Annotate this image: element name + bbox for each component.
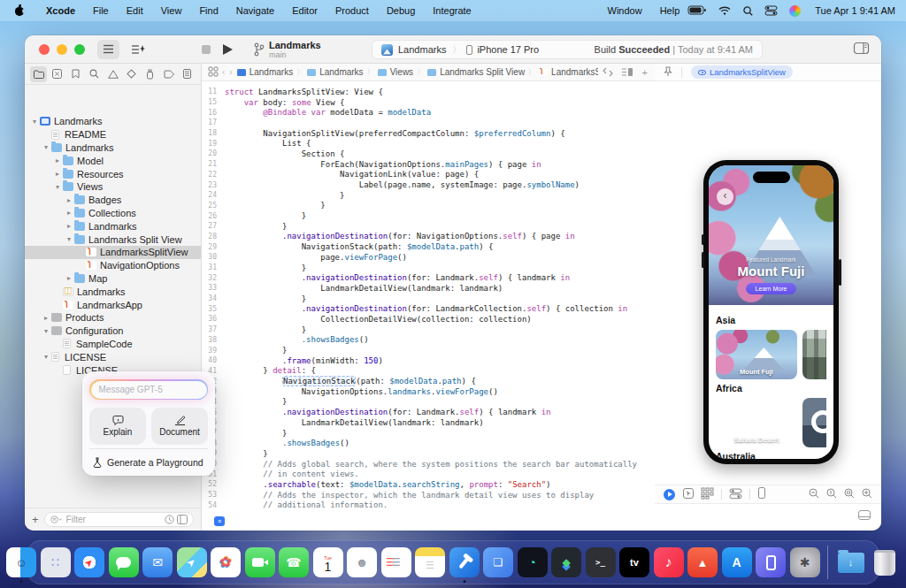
navigator-toggle-icon[interactable] (97, 40, 119, 59)
line-number[interactable]: 28 (202, 233, 225, 241)
tab-reports[interactable] (179, 66, 196, 82)
run-button[interactable] (223, 44, 233, 55)
line-number[interactable]: 31 (202, 263, 225, 271)
line-number[interactable]: 38 (202, 336, 225, 344)
menu-item-window[interactable]: Window (599, 0, 651, 21)
dock-reminders-icon[interactable]: ☰ (381, 547, 411, 577)
zoom-fit-button[interactable] (844, 486, 855, 502)
line-number[interactable]: 30 (202, 253, 225, 261)
line-number[interactable]: 52 (202, 480, 225, 488)
tree-item-products[interactable]: ▸Products (25, 311, 201, 325)
line-number[interactable]: 27 (202, 222, 225, 230)
menu-item-product[interactable]: Product (326, 0, 378, 21)
back-button[interactable]: ‹ (222, 67, 225, 77)
menu-item-view[interactable]: View (152, 0, 191, 21)
dock-xcode-icon[interactable] (449, 547, 480, 577)
learn-more-button[interactable]: Learn More (746, 283, 797, 294)
tree-item-license[interactable]: ▾LICENSE (25, 350, 201, 363)
menu-item-debug[interactable]: Debug (378, 0, 424, 21)
tree-item-navigationoptions[interactable]: NavigationOptions (25, 259, 201, 272)
pin-icon[interactable] (664, 65, 672, 80)
device-settings-button[interactable] (730, 486, 741, 502)
dock-music-icon[interactable]: ♪ (654, 547, 684, 577)
dock-maps-icon[interactable]: ➤ (177, 547, 207, 577)
tree-item-landmarks-split-view[interactable]: ▾Landmarks Split View (25, 233, 201, 246)
line-number[interactable]: 54 (202, 501, 225, 509)
line-number[interactable]: 17 (202, 118, 225, 126)
dock-messages-icon[interactable] (109, 547, 139, 577)
tab-debug[interactable] (142, 66, 158, 82)
dock-contacts-icon[interactable]: ☻ (347, 547, 377, 577)
control-center-icon[interactable] (765, 6, 777, 15)
dock-mail-icon[interactable]: ✉ (142, 547, 173, 577)
dock-terminal-icon[interactable]: >_ (586, 547, 616, 577)
editor-pane[interactable]: ‹ › Landmarks〉Landmarks〉Views〉Landmarks … (202, 64, 655, 531)
dock-launchpad-icon[interactable]: ∷ (41, 547, 71, 577)
editor-assistant-icon[interactable] (132, 40, 145, 59)
line-number[interactable]: 15 (202, 98, 225, 106)
generate-playground-button[interactable]: Generate a Playground (89, 448, 208, 475)
live-preview-button[interactable] (664, 489, 675, 500)
menu-item-xcode[interactable]: Xcode (37, 0, 84, 21)
add-file-button[interactable]: + (32, 513, 39, 526)
adjust-editor-icon[interactable] (622, 67, 633, 77)
recent-filter-icon[interactable] (165, 515, 174, 524)
document-button[interactable]: Document (151, 408, 208, 445)
tree-item-landmarksapp[interactable]: LandmarksApp (25, 298, 201, 311)
selectable-mode-button[interactable] (683, 486, 694, 502)
line-number[interactable]: 25 (202, 202, 225, 210)
tree-item-map[interactable]: ▸Map (25, 272, 201, 286)
stop-button[interactable] (202, 45, 211, 54)
line-number[interactable]: 37 (202, 325, 225, 333)
bottom-bar-toggle-icon[interactable] (858, 508, 871, 523)
zoom-out-button[interactable] (809, 486, 819, 502)
line-number[interactable]: 40 (202, 356, 225, 364)
menu-item-file[interactable]: File (84, 0, 118, 21)
activity-status[interactable]: Build Succeeded | Today at 9:41 AM (595, 44, 753, 55)
dock-safari-icon[interactable]: ➤ (74, 547, 104, 577)
breadcrumb-landmarks[interactable]: 〉Landmarks (296, 67, 363, 77)
tab-issues[interactable] (104, 66, 121, 82)
line-number[interactable]: 18 (202, 129, 225, 137)
dock-settings-icon[interactable]: ✱ (790, 547, 820, 577)
tree-item-views[interactable]: ▾Views (25, 180, 201, 194)
line-number[interactable]: 21 (202, 160, 225, 168)
hero-back-button[interactable]: ‹ (717, 188, 733, 205)
tree-item-resources[interactable]: ▸Resources (25, 167, 201, 180)
scheme-name[interactable]: Landmarks (398, 44, 446, 55)
zoom-in-button[interactable] (862, 486, 872, 502)
code-review-icon[interactable] (603, 67, 613, 77)
menu-item-integrate[interactable]: Integrate (424, 0, 480, 21)
dock-tv-icon[interactable]: tv (619, 547, 649, 577)
line-number[interactable]: 19 (202, 140, 225, 148)
dock-simulator-icon[interactable] (756, 547, 786, 577)
tree-item-badges[interactable]: ▸Badges (25, 194, 201, 207)
tree-item-collections[interactable]: ▸Collections (25, 207, 201, 220)
filter-field[interactable]: Filter (44, 512, 194, 527)
variants-button[interactable] (702, 486, 713, 502)
apple-menu-icon[interactable] (14, 5, 25, 16)
tab-tests[interactable] (123, 66, 140, 82)
tree-item-landmarks[interactable]: ▸Landmarks (25, 219, 201, 233)
dock-calendar-icon[interactable]: Tue1 (313, 547, 343, 577)
dock-finder-icon[interactable]: ☺ (6, 547, 36, 577)
inspector-toggle-icon[interactable] (854, 42, 869, 57)
line-number[interactable]: 22 (202, 171, 225, 179)
landmark-card-mount-fuji[interactable]: Mount Fuji (716, 330, 797, 379)
dock-rocket-app-icon[interactable]: ▲ (687, 547, 718, 577)
wifi-icon[interactable] (718, 6, 731, 15)
tab-bookmarks[interactable] (67, 66, 84, 82)
line-number[interactable]: 26 (202, 212, 225, 220)
tree-item-landmarks[interactable]: Landmarks (25, 285, 201, 298)
dock-facetime-icon[interactable] (245, 547, 275, 577)
tree-item-samplecode[interactable]: SampleCode (25, 338, 201, 351)
dock-phone-icon[interactable]: ☎ (279, 547, 309, 577)
line-number[interactable]: 39 (202, 347, 225, 355)
source-code[interactable]: 11struct LandmarksSplitView: View {15 va… (202, 87, 655, 511)
breadcrumb-landmarks[interactable]: Landmarks (237, 67, 293, 77)
line-number[interactable]: 35 (202, 305, 225, 313)
line-number[interactable]: 23 (202, 181, 225, 189)
dock-notes-icon[interactable]: ☰ (415, 547, 445, 577)
line-number[interactable]: 33 (202, 284, 225, 292)
dock-gauge-app-icon[interactable]: ◔ (518, 547, 548, 577)
